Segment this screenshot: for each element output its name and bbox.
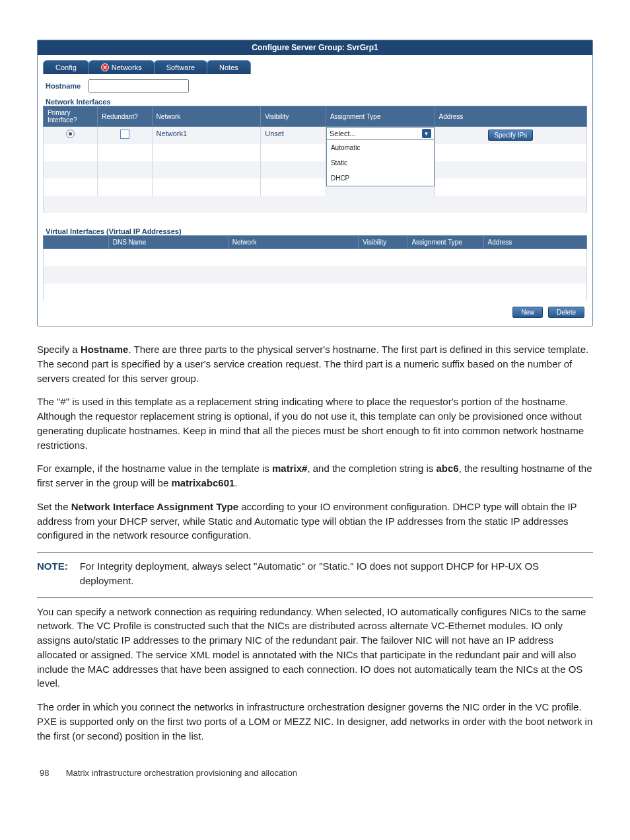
table-row — [44, 196, 587, 213]
page-footer: 98 Matrix infrastructure orchestration p… — [37, 752, 593, 778]
config-panel: Configure Server Group: SvrGrp1 Config N… — [37, 40, 593, 326]
tab-networks[interactable]: Networks — [88, 60, 155, 74]
tab-config[interactable]: Config — [43, 60, 89, 74]
col-assignment: Assignment Type — [326, 106, 435, 127]
panel-title: Configure Server Group: SvrGrp1 — [38, 40, 592, 55]
new-button[interactable]: New — [512, 307, 543, 318]
col-redundant: Redundant? — [98, 106, 152, 127]
vcol-network: Network — [228, 236, 359, 249]
vcol-assignment: Assignment Type — [407, 236, 483, 249]
virtual-interfaces-header: Virtual Interfaces (Virtual IP Addresses… — [46, 227, 587, 235]
tab-software[interactable]: Software — [154, 60, 207, 74]
vcol-visibility: Visibility — [359, 236, 407, 249]
table-row: Network1 Unset Select... ▼ Automatic Sta… — [44, 127, 587, 145]
col-primary: Primary Interface? — [44, 106, 98, 127]
redundant-checkbox[interactable] — [120, 130, 129, 139]
vcol-address: Address — [483, 236, 586, 249]
error-icon — [101, 63, 109, 71]
delete-button[interactable]: Delete — [548, 307, 584, 318]
row-network: Network1 — [152, 127, 261, 145]
table-row — [44, 266, 587, 284]
primary-radio[interactable] — [66, 130, 75, 138]
chevron-down-icon: ▼ — [422, 129, 431, 138]
body-text: Specify a Hostname. There are three part… — [37, 342, 593, 743]
page-number: 98 — [40, 768, 63, 778]
table-row — [44, 178, 587, 196]
col-network: Network — [152, 106, 261, 127]
vcol-dnsname: DNS Name — [108, 236, 228, 249]
col-address: Address — [435, 106, 586, 127]
assignment-selected: Select... — [330, 130, 356, 137]
table-row — [44, 249, 587, 267]
note-body: For Integrity deployment, always select … — [80, 559, 593, 588]
specify-ips-button[interactable]: Specify IPs — [488, 130, 533, 141]
vcol-blank — [44, 236, 109, 249]
tab-strip: Config Networks Software Notes — [43, 60, 587, 74]
note-label: NOTE: — [37, 559, 68, 588]
virtual-interfaces-table: DNS Name Network Visibility Assignment T… — [43, 235, 587, 301]
network-interfaces-header: Network Interfaces — [46, 98, 587, 106]
col-visibility: Visibility — [261, 106, 326, 127]
assignment-type-select[interactable]: Select... ▼ Automatic Static DHCP — [326, 127, 435, 140]
table-row — [44, 284, 587, 301]
option-automatic[interactable]: Automatic — [327, 140, 434, 155]
table-row — [44, 161, 587, 178]
tab-notes[interactable]: Notes — [207, 60, 251, 74]
row-visibility: Unset — [261, 127, 326, 145]
option-dhcp[interactable]: DHCP — [327, 171, 434, 186]
table-row — [44, 144, 587, 161]
chapter-title: Matrix infrastructure orchestration prov… — [66, 768, 297, 778]
hostname-input[interactable] — [88, 79, 189, 93]
option-static[interactable]: Static — [327, 155, 434, 171]
network-interfaces-table: Primary Interface? Redundant? Network Vi… — [43, 106, 587, 213]
hostname-label: Hostname — [46, 82, 81, 90]
